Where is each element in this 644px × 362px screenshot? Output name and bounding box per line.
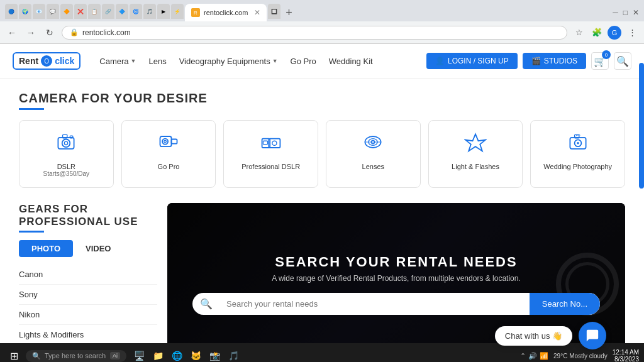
taskbar-icon-2[interactable]: 📁 (150, 348, 165, 362)
gears-left-panel: GEARS FOR PROFESSIONAL USE PHOTO VIDEO C… (19, 203, 157, 343)
tab-bar: 🔵 🌍 📧 💬 🔶 ❌ 📋 🔗 🔷 🌀 🎵 ▶ ⚡ R rentoclick.c… (0, 0, 644, 21)
dslr-label: DSLR (57, 163, 75, 170)
browser-frame: 🔵 🌍 📧 💬 🔶 ❌ 📋 🔗 🔷 🌀 🎵 ▶ ⚡ R rentoclick.c… (0, 0, 644, 343)
svg-rect-12 (263, 141, 267, 144)
logo-click-text: click (55, 56, 74, 66)
tab-photo[interactable]: PHOTO (19, 240, 73, 257)
taskbar-datetime: 12:14 AM 8/3/2023 (613, 349, 639, 362)
search-submit-button[interactable]: Search No... (530, 293, 600, 315)
new-tab-button[interactable]: + (286, 6, 292, 19)
extension-button[interactable]: 🧩 (590, 26, 604, 40)
taskbar-icon-chrome[interactable]: 🌐 (169, 348, 184, 362)
tray-icon-2[interactable]: 🔊 (528, 352, 537, 360)
gear-item-canon[interactable]: Canon (19, 265, 157, 285)
minimize-button[interactable]: ─ (613, 8, 618, 17)
taskbar-search[interactable]: 🔍 Type here to search Ai (26, 350, 126, 362)
svg-point-11 (272, 141, 276, 145)
card-gopro[interactable]: Go Pro (121, 120, 216, 188)
nav-lens[interactable]: Lens (148, 57, 166, 66)
dslr-icon (55, 131, 77, 158)
taskbar-icon-5[interactable]: 📸 (207, 348, 222, 362)
menu-button[interactable]: ⋮ (625, 26, 639, 40)
maximize-button[interactable]: □ (623, 8, 628, 17)
search-bar-icon: 🔍 (192, 293, 216, 315)
cart-button[interactable]: 🛒 0 (591, 52, 609, 70)
wedding-camera-icon (567, 131, 589, 158)
dslr-sublabel: Starts@350/Day (43, 170, 90, 177)
taskbar-weather-text: 29°C Mostly cloudy (553, 353, 608, 359)
camera-section-title: CAMERA FOR YOUR DESIRE (19, 91, 625, 106)
card-lenses[interactable]: Lenses (326, 120, 421, 188)
camera-cards: DSLR Starts@350/Day Go Pro (19, 120, 625, 188)
nav-wedding-kit[interactable]: Wedding Kit (329, 57, 373, 66)
cart-badge: 0 (602, 50, 611, 59)
website-content: Rent O click Camera ▼ Lens Videography E… (0, 44, 644, 343)
nav-links: Camera ▼ Lens Videography Equipments ▼ G… (99, 57, 426, 66)
tab-video[interactable]: VIDEO (73, 240, 123, 257)
search-nav-button[interactable]: 🔍 (614, 52, 631, 70)
card-light-flashes[interactable]: Light & Flashes (428, 120, 523, 188)
reload-button[interactable]: ↻ (43, 26, 57, 40)
tab-close-btn[interactable]: ✕ (254, 8, 260, 17)
svg-point-7 (162, 139, 168, 145)
pro-dslr-label: Professional DSLR (242, 163, 300, 170)
search-bar: 🔍 Search No... (192, 293, 600, 315)
gear-item-nikon[interactable]: Nikon (19, 305, 157, 325)
taskbar-weather-status: 29°C Mostly cloudy (553, 353, 608, 359)
chat-label: Chat with us 👋 (505, 331, 562, 341)
taskbar-date: 8/3/2023 (613, 356, 639, 362)
tray-icon-3[interactable]: 📶 (540, 352, 548, 360)
svg-rect-4 (70, 136, 74, 138)
active-tab[interactable]: R rentoclick.com ✕ (185, 4, 267, 21)
taskbar-icons: 🖥️ 📁 🌐 🐱 📸 🎵 (131, 348, 241, 362)
system-tray: ⌃ 🔊 📶 (520, 352, 548, 360)
logo-rent-text: Rent (19, 56, 38, 66)
page-scrollbar[interactable] (639, 63, 644, 189)
taskbar-right: ⌃ 🔊 📶 29°C Mostly cloudy 12:14 AM 8/3/20… (520, 349, 639, 362)
svg-marker-17 (465, 134, 486, 151)
taskbar-icon-4[interactable]: 🐱 (188, 348, 203, 362)
taskbar-search-placeholder: Type here to search (45, 352, 106, 359)
studios-button[interactable]: 🎬 STUDIOS (523, 53, 586, 69)
chat-button[interactable] (579, 322, 606, 343)
gear-list: Canon Sony Nikon Lights & Modifiers Trip… (19, 265, 157, 343)
start-button[interactable]: ⊞ (5, 348, 23, 363)
address-bar[interactable]: 🔒 rentoclick.com (62, 26, 567, 40)
taskbar-icon-1[interactable]: 🖥️ (131, 348, 147, 362)
gopro-icon (157, 131, 180, 158)
nav-actions: 👤 LOGIN / SIGN UP 🎬 STUDIOS 🛒 0 🔍 (426, 52, 631, 70)
nav-gopro[interactable]: Go Pro (291, 57, 316, 66)
logo-o-icon: O (41, 55, 52, 67)
svg-point-8 (164, 140, 167, 143)
gear-item-sony[interactable]: Sony (19, 285, 157, 305)
logo[interactable]: Rent O click (13, 52, 80, 70)
search-subtext: A wide range of Verified Rental Products… (192, 274, 600, 283)
gear-item-lights[interactable]: Lights & Modifiers (19, 325, 157, 343)
card-dslr[interactable]: DSLR Starts@350/Day (19, 120, 114, 188)
video-icon: 🎬 (531, 57, 541, 65)
tray-icon-1[interactable]: ⌃ (520, 352, 526, 360)
chat-bubble[interactable]: Chat with us 👋 (495, 326, 572, 344)
nav-camera[interactable]: Camera ▼ (99, 57, 136, 66)
svg-point-21 (577, 142, 579, 145)
bookmark-button[interactable]: ☆ (572, 26, 586, 40)
profile-button[interactable]: G (608, 26, 621, 40)
search-heading: SEARCH YOUR RENTAL NEEDS (192, 254, 600, 270)
taskbar-icon-6[interactable]: 🎵 (226, 348, 241, 362)
back-button[interactable]: ← (5, 26, 19, 40)
card-pro-dslr[interactable]: Professional DSLR (223, 120, 318, 188)
light-flashes-label: Light & Flashes (452, 163, 499, 170)
nav-videography[interactable]: Videography Equipments ▼ (179, 57, 278, 66)
login-button[interactable]: 👤 LOGIN / SIGN UP (426, 53, 518, 69)
camera-title-underline (19, 108, 44, 110)
close-button[interactable]: ✕ (633, 8, 639, 17)
light-icon (464, 131, 487, 158)
card-wedding-photography[interactable]: Wedding Photography (530, 120, 625, 188)
svg-point-2 (65, 141, 68, 145)
wedding-photo-label: Wedding Photography (543, 163, 612, 170)
chat-widget: Chat with us 👋 (495, 322, 606, 343)
gears-title: GEARS FOR PROFESSIONAL USE (19, 203, 157, 228)
gopro-label: Go Pro (158, 163, 180, 170)
rental-search-input[interactable] (216, 293, 530, 315)
forward-button[interactable]: → (24, 26, 38, 40)
